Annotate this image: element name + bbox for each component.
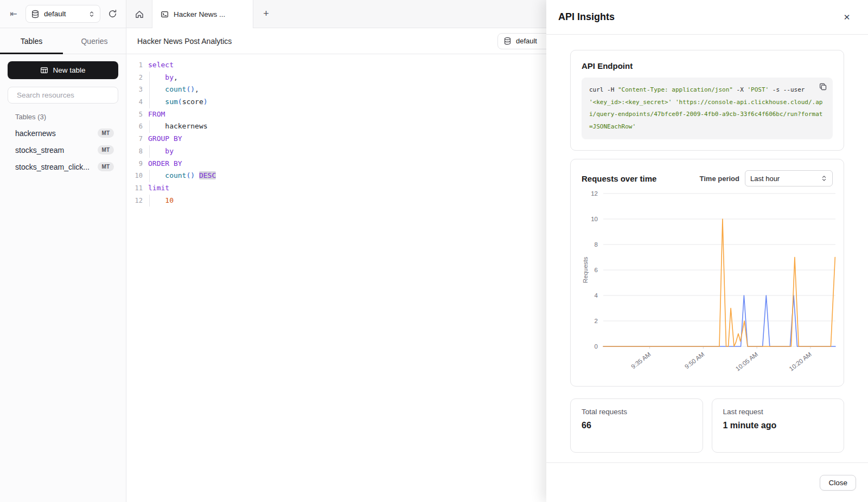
line-number: 4 <box>126 96 143 108</box>
copy-button[interactable] <box>819 82 827 93</box>
code-line: 2 by, <box>126 72 546 84</box>
line-number: 5 <box>126 108 143 121</box>
editor-database-chip-label: default <box>516 37 537 45</box>
svg-text:10: 10 <box>591 216 598 222</box>
code-line: 10 count() DESC <box>126 170 546 182</box>
tab-bar: Hacker News ... + <box>126 0 546 28</box>
svg-text:Requests: Requests <box>582 256 589 283</box>
api-endpoint-title: API Endpoint <box>582 61 833 70</box>
sidebar-topbar: ⇤ default <box>0 0 126 28</box>
line-number: 11 <box>126 182 143 195</box>
code-line: 7GROUP BY <box>126 133 546 145</box>
database-icon <box>503 37 512 45</box>
chevron-up-down-icon <box>88 11 95 17</box>
database-selector-value: default <box>44 10 84 18</box>
chevron-up-down-icon <box>821 175 827 182</box>
code-line: 12 10 <box>126 195 546 207</box>
collapse-sidebar-button[interactable]: ⇤ <box>7 7 21 21</box>
code-line: 4 sum(score) <box>126 96 546 108</box>
terminal-icon <box>161 10 169 18</box>
svg-text:10:20 AM: 10:20 AM <box>788 351 813 372</box>
last-request-card: Last request 1 minute ago <box>712 398 845 453</box>
line-number: 10 <box>126 170 143 182</box>
requests-line-chart[interactable]: 024681012Requests9:35 AM9:50 AM10:05 AM1… <box>582 186 852 381</box>
code-line: 3 count(), <box>126 83 546 96</box>
total-requests-label: Total requests <box>582 408 692 416</box>
table-list-item[interactable]: stocks_streamMT <box>8 141 118 158</box>
total-requests-card: Total requests 66 <box>570 398 703 453</box>
panel-title: API Insights <box>558 11 615 23</box>
code-line: 6 hackernews <box>126 120 546 133</box>
table-engine-badge: MT <box>98 128 114 138</box>
home-button[interactable] <box>126 0 152 28</box>
query-header: Hacker News Post Analytics default <box>126 28 546 54</box>
database-icon <box>31 10 40 18</box>
panel-close-button[interactable]: ✕ <box>840 10 854 24</box>
search-input[interactable] <box>17 91 113 99</box>
table-list-item[interactable]: stocks_stream_click...MT <box>8 158 118 175</box>
code-line: 5FROM <box>126 108 546 121</box>
total-requests-value: 66 <box>582 421 692 430</box>
stats-row: Total requests 66 Last request 1 minute … <box>570 398 844 453</box>
search-box <box>8 87 118 104</box>
refresh-button[interactable] <box>105 7 119 21</box>
code-line: 1select <box>126 59 546 72</box>
table-engine-badge: MT <box>98 145 114 155</box>
time-period-select[interactable]: Last hour <box>745 170 833 186</box>
api-insights-panel: API Insights ✕ API Endpoint curl -H "Con… <box>546 0 868 502</box>
close-button[interactable]: Close <box>820 475 856 491</box>
svg-text:2: 2 <box>595 318 598 324</box>
code-line: 9ORDER BY <box>126 158 546 170</box>
table-grid-icon <box>40 66 48 74</box>
curl-command-code: curl -H "Content-Type: application/json"… <box>582 78 833 139</box>
new-table-button[interactable]: New table <box>8 61 118 79</box>
tables-section-label: Tables (3) <box>15 113 118 121</box>
query-title: Hacker News Post Analytics <box>137 37 497 46</box>
new-tab-button[interactable]: + <box>253 0 279 28</box>
code-line: 11limit <box>126 182 546 195</box>
home-icon <box>135 9 144 19</box>
table-name: stocks_stream <box>15 146 98 155</box>
svg-text:6: 6 <box>595 267 598 273</box>
table-list-item[interactable]: hackernewsMT <box>8 125 118 141</box>
line-number: 2 <box>126 72 143 84</box>
tab-queries-label: Queries <box>81 37 107 46</box>
line-number: 3 <box>126 83 143 96</box>
editor-database-chip[interactable]: default <box>497 33 546 49</box>
database-selector[interactable]: default <box>25 5 100 23</box>
line-number: 12 <box>126 195 143 207</box>
line-number: 6 <box>126 120 143 133</box>
time-period-value: Last hour <box>750 175 818 183</box>
line-number: 8 <box>126 145 143 158</box>
requests-card-title: Requests over time <box>582 174 700 183</box>
close-icon: ✕ <box>844 12 851 22</box>
svg-text:9:50 AM: 9:50 AM <box>684 351 706 370</box>
svg-text:4: 4 <box>595 292 598 299</box>
svg-text:8: 8 <box>595 241 598 248</box>
svg-text:12: 12 <box>591 190 598 197</box>
table-name: stocks_stream_click... <box>15 163 98 171</box>
requests-card-header: Requests over time Time period Last hour <box>582 170 836 186</box>
svg-text:9:35 AM: 9:35 AM <box>630 351 652 370</box>
time-period-label: Time period <box>700 175 739 183</box>
app-root: ⇤ default Tables <box>0 0 868 502</box>
line-number: 7 <box>126 133 143 145</box>
copy-icon <box>819 82 827 91</box>
sql-editor[interactable]: 1select2 by,3 count(),4 sum(score)5FROM6… <box>126 54 546 502</box>
table-name: hackernews <box>15 129 98 138</box>
table-list: hackernewsMTstocks_streamMTstocks_stream… <box>8 125 118 175</box>
table-engine-badge: MT <box>98 162 114 171</box>
tab-tables-label: Tables <box>21 37 42 46</box>
line-number: 9 <box>126 158 143 170</box>
api-endpoint-card: API Endpoint curl -H "Content-Type: appl… <box>570 50 844 151</box>
tab-queries[interactable]: Queries <box>63 28 126 54</box>
main-area: Hacker News ... + Hacker News Post Analy… <box>126 0 546 502</box>
collapse-left-icon: ⇤ <box>10 9 17 19</box>
refresh-icon <box>108 9 117 18</box>
panel-footer: Close <box>546 462 868 502</box>
tab-tables[interactable]: Tables <box>0 28 63 54</box>
tab-hacker-news[interactable]: Hacker News ... <box>152 0 253 28</box>
tab-label: Hacker News ... <box>174 10 225 18</box>
sidebar: ⇤ default Tables <box>0 0 126 502</box>
sidebar-body: New table Tables (3) hackernewsMTstocks_… <box>0 54 126 182</box>
